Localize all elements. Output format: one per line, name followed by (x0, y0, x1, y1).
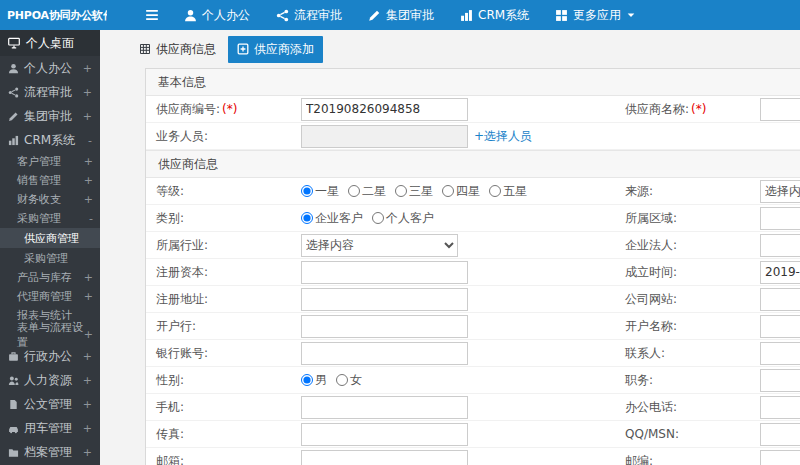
expander-icon[interactable]: + (83, 398, 92, 411)
radio-label: 企业客户 (315, 210, 363, 227)
topbar-nav-item[interactable]: CRM系统 (447, 0, 542, 30)
expander-icon[interactable]: + (84, 328, 93, 341)
radio-option[interactable]: 女 (336, 372, 362, 389)
tab-supplier-add[interactable]: 供应商添加 (228, 36, 323, 63)
radio-option[interactable]: 四星 (442, 183, 480, 200)
sidebar-item-desktop[interactable]: 个人桌面 (0, 30, 100, 56)
text-input[interactable] (301, 423, 468, 446)
sidebar-item[interactable]: 集团审批+ (0, 104, 100, 128)
expander-icon[interactable]: + (84, 290, 93, 303)
field-label: 传真: (146, 421, 301, 447)
select-input[interactable]: 选择内容 (301, 234, 458, 257)
field-cell (301, 421, 625, 447)
text-input[interactable] (301, 342, 468, 365)
text-input[interactable] (301, 450, 468, 465)
sidebar-item[interactable]: 供应商管理 (0, 228, 100, 248)
radio-input[interactable] (301, 212, 313, 224)
sidebar-item[interactable]: CRM系统- (0, 128, 100, 152)
radio-input[interactable] (372, 212, 384, 224)
menu-toggle-button[interactable] (145, 8, 159, 22)
radio-option[interactable]: 男 (301, 372, 327, 389)
radio-option[interactable]: 五星 (489, 183, 527, 200)
text-input[interactable] (760, 234, 800, 257)
radio-option[interactable]: 个人客户 (372, 210, 434, 227)
radio-option[interactable]: 企业客户 (301, 210, 363, 227)
text-input[interactable] (301, 261, 468, 284)
text-input[interactable] (760, 261, 800, 284)
expander-icon[interactable]: - (89, 212, 93, 225)
radio-input[interactable] (301, 374, 313, 386)
sidebar-item[interactable]: 采购管理- (0, 209, 100, 228)
sidebar-item[interactable]: 公文管理+ (0, 392, 100, 416)
radio-option[interactable]: 二星 (348, 183, 386, 200)
text-input[interactable] (760, 342, 800, 365)
text-input[interactable] (760, 369, 800, 392)
form-row: 供应商编号:(*)供应商名称:(*) (146, 96, 800, 123)
form-row: 邮箱:邮编: (146, 448, 800, 465)
expander-icon[interactable]: + (83, 446, 92, 459)
sidebar-item[interactable]: 人力资源+ (0, 368, 100, 392)
text-input[interactable] (760, 207, 800, 230)
expander-icon[interactable]: + (83, 350, 92, 363)
sidebar-item[interactable]: 表单与流程设置+ (0, 325, 100, 344)
expander-icon[interactable]: + (84, 155, 93, 168)
field-label: 银行账号: (146, 340, 301, 366)
text-input[interactable] (760, 396, 800, 419)
text-input[interactable] (760, 315, 800, 338)
radio-input[interactable] (336, 374, 348, 386)
topbar-nav-item[interactable]: 更多应用 (542, 0, 649, 30)
expander-icon[interactable]: - (88, 134, 92, 147)
radio-option[interactable]: 三星 (395, 183, 433, 200)
text-input[interactable] (301, 396, 468, 419)
required-marker: (*) (222, 102, 237, 116)
sidebar-item[interactable]: 流程审批+ (0, 80, 100, 104)
topbar-nav-item[interactable]: 流程审批 (263, 0, 355, 30)
sidebar-item-label: 流程审批 (24, 84, 72, 101)
text-input[interactable] (301, 315, 468, 338)
radio-input[interactable] (301, 185, 313, 197)
radio-group: 一星二星三星四星五星 (301, 183, 536, 200)
radio-input[interactable] (489, 185, 501, 197)
expander-icon[interactable]: + (84, 174, 93, 187)
expander-icon[interactable]: + (83, 374, 92, 387)
sidebar-item[interactable]: 个人办公+ (0, 56, 100, 80)
sidebar-item-label: 财务收支 (17, 192, 61, 207)
expander-icon[interactable]: + (84, 193, 93, 206)
expander-icon[interactable]: + (83, 110, 92, 123)
radio-input[interactable] (348, 185, 360, 197)
sidebar-item-label: 个人桌面 (26, 35, 74, 52)
text-input[interactable] (760, 288, 800, 311)
sidebar-item[interactable]: 用车管理+ (0, 416, 100, 440)
expander-icon[interactable]: + (83, 86, 92, 99)
text-input[interactable] (301, 288, 468, 311)
field-cell (301, 313, 625, 339)
select-input[interactable]: 选择内容 (760, 180, 800, 203)
radio-option[interactable]: 一星 (301, 183, 339, 200)
topbar-nav-item[interactable]: 个人办公 (171, 0, 263, 30)
app-logo[interactable]: PHPOA协同办公软件 (0, 8, 107, 23)
sidebar-item[interactable]: 产品与库存+ (0, 268, 100, 287)
sidebar-item[interactable]: 财务收支+ (0, 190, 100, 209)
sidebar-item[interactable]: 行政办公+ (0, 344, 100, 368)
sidebar-item[interactable]: 档案管理+ (0, 440, 100, 464)
sidebar-item[interactable]: 销售管理+ (0, 171, 100, 190)
topbar-nav-item[interactable]: 集团审批 (355, 0, 447, 30)
text-input[interactable] (301, 125, 468, 148)
text-input[interactable] (760, 98, 800, 121)
text-input[interactable] (301, 98, 468, 121)
field-label: 注册地址: (146, 286, 301, 312)
radio-input[interactable] (395, 185, 407, 197)
text-input[interactable] (760, 423, 800, 446)
sidebar-item[interactable]: 采购管理 (0, 248, 100, 268)
select-person-link[interactable]: +选择人员 (474, 128, 532, 145)
sidebar-item[interactable]: 客户管理+ (0, 152, 100, 171)
sidebar-item[interactable]: 代理商管理+ (0, 287, 100, 306)
tab-supplier-info[interactable]: 供应商信息 (130, 36, 225, 63)
expander-icon[interactable]: + (83, 62, 92, 75)
expander-icon[interactable]: + (83, 422, 92, 435)
radio-input[interactable] (442, 185, 454, 197)
text-input[interactable] (760, 450, 800, 465)
supplier-form: 基本信息供应商编号:(*)供应商名称:(*)业务人员:+选择人员供应商信息等级:… (145, 68, 800, 465)
field-label: 等级: (146, 178, 301, 204)
expander-icon[interactable]: + (84, 271, 93, 284)
